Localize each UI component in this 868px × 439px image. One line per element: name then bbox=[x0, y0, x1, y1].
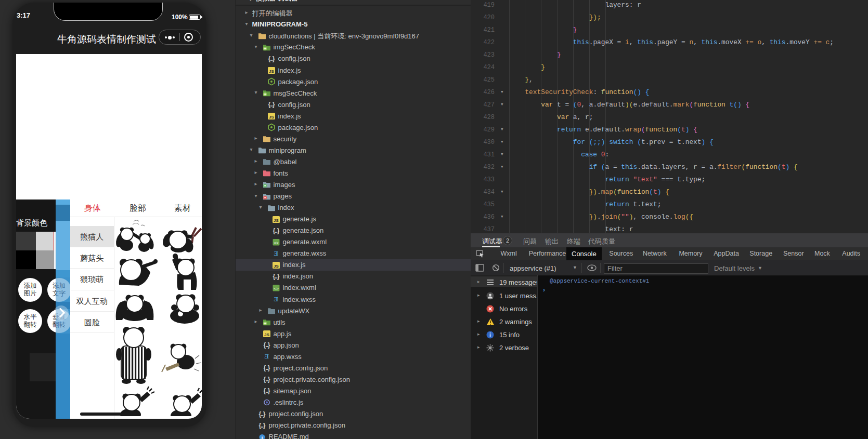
svg-text:<>: <> bbox=[274, 286, 279, 290]
svg-text:JS: JS bbox=[274, 263, 279, 268]
svg-text:JS: JS bbox=[269, 115, 274, 119]
svg-text:<>: <> bbox=[274, 240, 279, 245]
svg-text:JS: JS bbox=[274, 218, 279, 222]
svg-text:JS: JS bbox=[269, 69, 274, 74]
svg-text:JS: JS bbox=[264, 332, 269, 337]
